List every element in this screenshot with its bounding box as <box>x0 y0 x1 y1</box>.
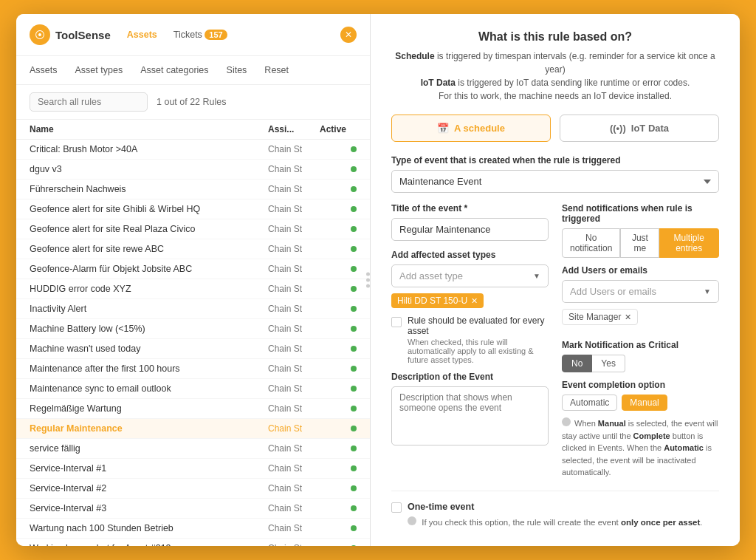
active-dot <box>351 346 357 352</box>
close-button[interactable]: ✕ <box>340 27 357 43</box>
left-panel: ⦿ ToolSense Assets Tickets 157 ✕ Assets … <box>16 14 371 546</box>
table-row[interactable]: Geofence alert for site Ghibli & Wirbel … <box>16 199 370 219</box>
completion-label: Event completion option <box>562 380 719 390</box>
active-dot <box>351 485 357 491</box>
table-row[interactable]: HUDDIG error code XYZChain St <box>16 279 370 299</box>
active-dot <box>351 246 357 252</box>
sub-nav-asset-categories[interactable]: Asset categories <box>140 64 208 77</box>
event-type-dropdown[interactable]: Maintenance Event <box>391 170 719 193</box>
notifications-label: Send notifications when rule is triggere… <box>562 203 719 224</box>
sub-nav-asset-types[interactable]: Asset types <box>75 64 123 77</box>
active-dot <box>351 386 357 392</box>
table-row[interactable]: Geofence alert for site rewe ABCChain St <box>16 239 370 259</box>
sub-nav: Assets Asset types Asset categories Site… <box>16 56 370 85</box>
every-asset-checkbox[interactable] <box>391 317 402 327</box>
active-dot <box>351 505 357 511</box>
iot-icon: ((•)) <box>610 123 626 134</box>
users-label: Add Users or emails <box>562 265 719 276</box>
one-time-checkbox[interactable] <box>391 502 402 513</box>
description-textarea[interactable] <box>391 386 549 445</box>
notification-buttons: No notification Just me Multiple entries <box>562 228 719 258</box>
table-row[interactable]: Service-Interval #3Chain St <box>16 499 370 519</box>
table-row[interactable]: Machine wasn't used todayChain St <box>16 339 370 359</box>
users-dropdown[interactable]: Add Users or emails ▼ <box>562 280 719 303</box>
trigger-schedule-button[interactable]: 📅 A schedule <box>391 115 551 142</box>
asset-tag-remove[interactable]: ✕ <box>471 296 478 306</box>
panel-title: What is this rule based on? <box>391 30 719 44</box>
nav-tabs: Assets Tickets 157 <box>127 28 331 41</box>
event-title-label: Title of the event * <box>391 203 549 214</box>
left-column: Title of the event * Add affected asset … <box>391 203 549 479</box>
table-row[interactable]: Inactivity AlertChain St <box>16 299 370 319</box>
user-tag-remove[interactable]: ✕ <box>625 313 631 322</box>
mark-critical-label: Mark Notification as Critical <box>562 340 719 350</box>
active-dot <box>351 266 357 272</box>
table-row[interactable]: Critical: Brush Motor >40AChain St <box>16 140 370 160</box>
table-row[interactable]: Machine Battery low (<15%)Chain St <box>16 319 370 339</box>
table-row[interactable]: Regelmäßige WartungChain St <box>16 399 370 419</box>
affected-assets-label: Add affected asset types <box>391 250 549 260</box>
radio-icon <box>562 417 571 426</box>
table-row-selected[interactable]: Regular MaintenanceChain St <box>16 419 370 439</box>
tickets-badge: 157 <box>205 30 227 40</box>
completion-description: When Manual is selected, the event will … <box>562 415 719 479</box>
table-row[interactable]: service fälligChain St <box>16 439 370 459</box>
table-row[interactable]: Führerschein NachweisChain St <box>16 180 370 199</box>
comp-automatic-button[interactable]: Automatic <box>562 395 617 411</box>
active-dot <box>351 426 357 431</box>
sub-nav-assets[interactable]: Assets <box>30 64 58 77</box>
trigger-iot-button[interactable]: ((•)) IoT Data <box>560 115 719 142</box>
table-row[interactable]: Working hours alert for Asset #312aaChai… <box>16 539 370 546</box>
table-row[interactable]: Maintenance after the first 100 hoursCha… <box>16 359 370 379</box>
table-row[interactable]: Wartung nach 100 Stunden BetriebChain St <box>16 519 370 539</box>
comp-manual-button[interactable]: Manual <box>622 395 667 411</box>
user-tag: Site Manager ✕ <box>562 309 638 325</box>
active-dot <box>351 525 357 531</box>
active-dot <box>351 306 357 312</box>
notif-multiple-button[interactable]: Multiple entries <box>659 228 719 258</box>
panel-divider <box>366 273 370 288</box>
sub-nav-reset[interactable]: Reset <box>264 64 289 77</box>
one-time-row: One-time event If you check this option,… <box>391 502 719 527</box>
asset-tag: Hilti DD ST 150-U ✕ <box>391 293 484 308</box>
trigger-buttons: 📅 A schedule ((•)) IoT Data <box>391 115 719 142</box>
description-label: Description of the Event <box>391 372 549 382</box>
search-bar-row: 1 out of 22 Rules <box>16 85 370 120</box>
bottom-section: One-time event If you check this option,… <box>391 491 719 533</box>
calendar-icon: 📅 <box>437 123 449 134</box>
event-type-label: Type of event that is created when the r… <box>391 155 719 165</box>
active-dot <box>351 166 357 172</box>
col-active-header: Active <box>320 124 357 134</box>
notif-just-me-button[interactable]: Just me <box>620 228 659 258</box>
dropdown-arrow-icon: ▼ <box>704 287 711 296</box>
active-dot <box>351 465 357 471</box>
table-row[interactable]: Service-Interval #1Chain St <box>16 459 370 479</box>
table-row[interactable]: Geofence-Alarm für Objekt Jobsite ABCCha… <box>16 259 370 279</box>
right-column: Send notifications when rule is triggere… <box>562 203 719 479</box>
notif-no-button[interactable]: No notification <box>562 228 620 258</box>
rules-count: 1 out of 22 Rules <box>157 97 227 107</box>
search-input[interactable] <box>30 92 148 112</box>
nav-tab-assets[interactable]: Assets <box>127 28 157 41</box>
logo-icon: ⦿ <box>30 24 50 45</box>
active-dot <box>351 146 357 152</box>
event-title-input[interactable] <box>391 218 549 241</box>
asset-types-dropdown[interactable]: Add asset type ▼ <box>391 264 549 287</box>
table-row[interactable]: Maintenance sync to email outlookChain S… <box>16 379 370 399</box>
table-row[interactable]: dguv v3Chain St <box>16 160 370 180</box>
active-dot <box>351 366 357 372</box>
toggle-no-button[interactable]: No <box>562 355 592 372</box>
active-dot <box>351 186 357 192</box>
table-row[interactable]: Service-Interval #2Chain St <box>16 479 370 499</box>
active-dot <box>351 406 357 412</box>
col-assi-header: Assi... <box>268 124 320 134</box>
table-header: Name Assi... Active <box>16 120 370 140</box>
logo-text: ToolSense <box>55 29 111 41</box>
active-dot <box>351 326 357 332</box>
toggle-yes-button[interactable]: Yes <box>592 355 625 372</box>
completion-option-row: Automatic Manual <box>562 395 719 411</box>
nav-tab-tickets[interactable]: Tickets 157 <box>173 28 227 41</box>
mark-critical-toggle: No Yes <box>562 355 719 372</box>
sub-nav-sites[interactable]: Sites <box>227 64 247 77</box>
table-row[interactable]: Geofence alert for site Real Plaza Civic… <box>16 219 370 239</box>
